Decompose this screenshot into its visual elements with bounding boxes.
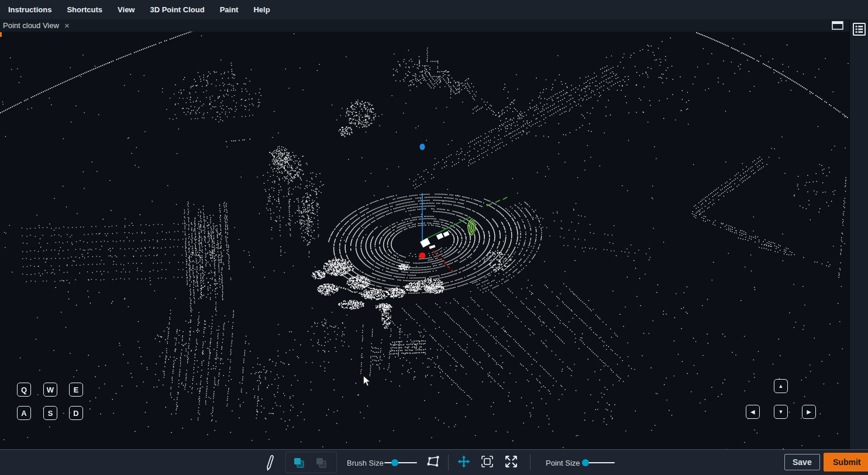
fit-view-button[interactable] (480, 455, 494, 469)
tab-title: Point cloud View (3, 21, 59, 30)
menu-bar: Instructions Shortcuts View 3D Point Clo… (0, 0, 868, 19)
key-e-button[interactable]: E (69, 383, 83, 397)
key-q-button[interactable]: Q (17, 383, 31, 397)
nav-right-button[interactable]: ▶ (802, 405, 816, 419)
point-size-thumb[interactable] (582, 459, 589, 466)
brush-size-label: Brush Size (347, 459, 384, 467)
key-s-label: S (48, 409, 53, 418)
menu-help[interactable]: Help (253, 5, 270, 14)
menu-shortcuts[interactable]: Shortcuts (67, 5, 102, 14)
key-w-label: W (47, 385, 54, 394)
toolbar-divider (448, 455, 449, 470)
copy-icon (292, 463, 306, 471)
nav-up-button[interactable]: ▲ (774, 379, 788, 393)
polygon-icon (426, 462, 440, 470)
toolbar-divider (530, 455, 531, 470)
annotation-app: Instructions Shortcuts View 3D Point Clo… (0, 0, 868, 475)
arrow-up-icon: ▲ (779, 384, 784, 389)
brush-size-thumb[interactable] (391, 459, 398, 466)
bottom-toolbar: Brush Size (0, 449, 868, 475)
list-panel-icon[interactable] (853, 23, 866, 36)
key-a-button[interactable]: A (17, 406, 31, 420)
key-a-label: A (21, 409, 26, 418)
nav-down-button[interactable]: ▼ (774, 405, 788, 419)
key-s-button[interactable]: S (43, 406, 57, 420)
arrow-right-icon: ▶ (807, 409, 811, 415)
menu-paint[interactable]: Paint (220, 5, 239, 14)
active-panel-indicator (0, 32, 2, 37)
brush-size-slider[interactable] (384, 459, 417, 466)
close-icon[interactable]: × (64, 21, 70, 30)
move-tool-button[interactable] (457, 455, 471, 469)
key-q-label: Q (21, 385, 27, 394)
pencil-icon (264, 464, 275, 473)
brush-size-track (384, 462, 417, 463)
tab-point-cloud-view[interactable]: Point cloud View × (0, 19, 849, 32)
submit-button[interactable]: Submit (824, 453, 868, 471)
copy-paste-group (285, 452, 337, 473)
polygon-tool-button[interactable] (426, 455, 440, 469)
save-button[interactable]: Save (784, 454, 820, 470)
key-w-button[interactable]: W (43, 383, 57, 397)
tab-bar: Point cloud View × (0, 19, 849, 32)
key-e-label: E (74, 385, 79, 394)
right-sidebar (849, 19, 868, 449)
point-size-slider[interactable] (582, 459, 615, 466)
frame-fit-icon (480, 462, 494, 470)
move-icon (457, 462, 471, 470)
menu-3d-point-cloud[interactable]: 3D Point Cloud (150, 5, 204, 14)
expand-icon (504, 462, 518, 470)
key-d-label: D (73, 409, 78, 418)
paste-icon (314, 463, 328, 471)
fullscreen-button[interactable] (504, 455, 518, 469)
point-cloud-canvas[interactable] (0, 32, 849, 449)
pencil-tool-button[interactable] (264, 454, 275, 471)
menu-view[interactable]: View (118, 5, 135, 14)
arrow-left-icon: ◀ (751, 409, 755, 415)
menu-instructions[interactable]: Instructions (8, 5, 51, 14)
key-d-button[interactable]: D (69, 406, 83, 420)
copy-button[interactable] (292, 456, 306, 470)
window-icon[interactable] (832, 21, 843, 30)
nav-left-button[interactable]: ◀ (746, 405, 760, 419)
paste-button[interactable] (314, 456, 328, 470)
arrow-down-icon: ▼ (779, 409, 784, 415)
point-size-label: Point Size (546, 459, 580, 467)
